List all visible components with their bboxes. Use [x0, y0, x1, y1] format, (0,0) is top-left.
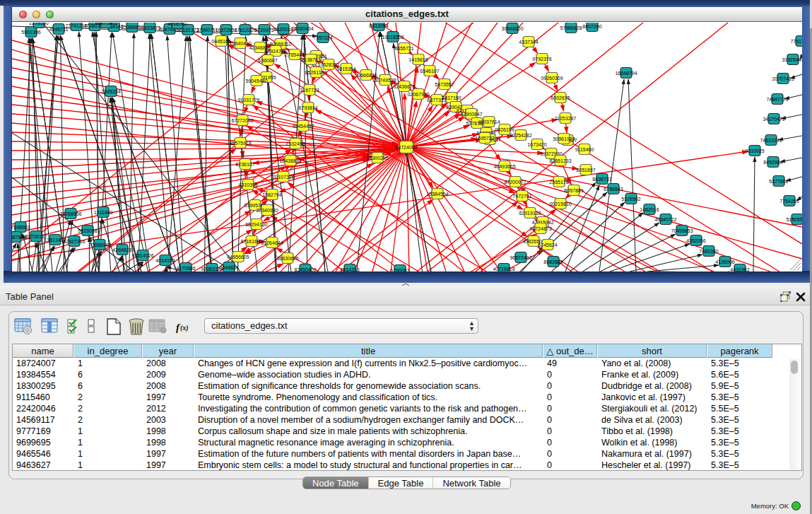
- svg-text:34170471: 34170471: [763, 117, 784, 122]
- svg-text:5515058: 5515058: [78, 228, 97, 233]
- svg-text:6245624: 6245624: [538, 243, 557, 247]
- svg-text:70455853: 70455853: [671, 228, 693, 233]
- svg-text:18300295: 18300295: [366, 156, 388, 160]
- svg-text:5901396: 5901396: [21, 30, 40, 35]
- svg-text:2138783: 2138783: [301, 57, 320, 62]
- svg-text:1311440: 1311440: [94, 210, 113, 215]
- svg-text:20707413: 20707413: [772, 76, 794, 81]
- svg-text:02067970: 02067970: [407, 92, 429, 97]
- svg-text:31436676: 31436676: [393, 84, 415, 89]
- svg-text:46493665: 46493665: [493, 164, 515, 169]
- svg-text:(x): (x): [180, 324, 189, 332]
- svg-text:6793814: 6793814: [298, 105, 317, 110]
- svg-text:52427316: 52427316: [63, 239, 85, 244]
- svg-text:6360607: 6360607: [258, 58, 277, 63]
- svg-text:51505561: 51505561: [786, 217, 802, 222]
- svg-text:4431982: 4431982: [730, 267, 749, 272]
- svg-text:43900847: 43900847: [460, 112, 482, 117]
- svg-text:04956605: 04956605: [227, 255, 249, 259]
- svg-text:1582794: 1582794: [262, 192, 281, 197]
- svg-text:62019132: 62019132: [519, 211, 541, 216]
- svg-text:2765444: 2765444: [285, 52, 304, 57]
- svg-text:7972761: 7972761: [512, 194, 531, 199]
- svg-text:40718818: 40718818: [493, 267, 514, 271]
- svg-text:19218506: 19218506: [382, 35, 404, 40]
- svg-text:7483380: 7483380: [699, 249, 718, 254]
- svg-text:74633191: 74633191: [760, 138, 782, 143]
- svg-text:67924708: 67924708: [264, 49, 286, 54]
- svg-text:4126906: 4126906: [715, 259, 734, 264]
- svg-text:87161682: 87161682: [240, 239, 262, 244]
- svg-text:3167723: 3167723: [300, 88, 319, 93]
- svg-text:4655721: 4655721: [394, 46, 413, 51]
- svg-text:2332493: 2332493: [286, 141, 305, 146]
- svg-text:36630626: 36630626: [276, 256, 298, 261]
- svg-text:11253287: 11253287: [555, 116, 577, 121]
- svg-text:65294130: 65294130: [245, 222, 267, 227]
- svg-text:49340722: 49340722: [654, 217, 676, 222]
- svg-text:96572492: 96572492: [510, 255, 531, 260]
- svg-text:8682889: 8682889: [543, 259, 563, 264]
- svg-text:4352056: 4352056: [686, 238, 705, 243]
- svg-text:82450400: 82450400: [294, 267, 316, 272]
- svg-text:6546107: 6546107: [420, 69, 439, 74]
- svg-text:87200977: 87200977: [504, 180, 526, 185]
- svg-text:9792376: 9792376: [532, 57, 551, 62]
- svg-text:0826199: 0826199: [495, 127, 514, 132]
- svg-text:30666836: 30666836: [355, 73, 377, 78]
- svg-text:16648794: 16648794: [615, 71, 637, 76]
- svg-text:1695722: 1695722: [475, 136, 494, 141]
- svg-text:9729975: 9729975: [254, 28, 273, 33]
- svg-text:5326502: 5326502: [621, 197, 640, 201]
- svg-text:82651233: 82651233: [549, 158, 571, 163]
- svg-text:4014193: 4014193: [155, 258, 175, 263]
- svg-text:85261149: 85261149: [305, 70, 327, 75]
- svg-text:39548620: 39548620: [501, 26, 523, 31]
- svg-text:8452984: 8452984: [763, 160, 782, 165]
- svg-text:1462016: 1462016: [640, 207, 659, 212]
- svg-text:4264628: 4264628: [112, 247, 131, 252]
- svg-text:40037614: 40037614: [478, 119, 500, 124]
- svg-text:00215810: 00215810: [549, 201, 571, 206]
- svg-text:19384554: 19384554: [426, 192, 448, 197]
- svg-text:31925449: 31925449: [782, 57, 802, 62]
- svg-text:2344834: 2344834: [219, 265, 238, 270]
- svg-text:33633875: 33633875: [139, 25, 160, 30]
- svg-text:5377602: 5377602: [769, 179, 788, 184]
- svg-text:7357224: 7357224: [313, 35, 332, 40]
- svg-text:82254282: 82254282: [510, 133, 531, 138]
- svg-text:57986828: 57986828: [560, 25, 582, 30]
- svg-text:7764265: 7764265: [779, 199, 799, 204]
- svg-text:8051697: 8051697: [576, 168, 595, 173]
- svg-text:59045440: 59045440: [245, 78, 267, 83]
- svg-text:70658948: 70658948: [88, 243, 110, 247]
- svg-text:8807290: 8807290: [582, 24, 601, 29]
- svg-text:67612220: 67612220: [234, 28, 256, 33]
- svg-text:2565178: 2565178: [549, 180, 568, 185]
- svg-text:77617409: 77617409: [790, 39, 802, 44]
- svg-text:50749528: 50749528: [374, 78, 396, 83]
- svg-text:09260309: 09260309: [541, 76, 563, 81]
- svg-text:4018780: 4018780: [167, 23, 187, 26]
- svg-text:6780083: 6780083: [390, 268, 409, 272]
- svg-text:8838737: 8838737: [592, 177, 611, 182]
- svg-text:8813054: 8813054: [369, 23, 388, 28]
- svg-text:9115460: 9115460: [575, 147, 594, 152]
- svg-text:16438831: 16438831: [279, 158, 301, 163]
- svg-text:2279180: 2279180: [29, 23, 48, 25]
- svg-text:67272042: 67272042: [231, 118, 253, 123]
- svg-text:8820018: 8820018: [273, 27, 293, 32]
- svg-text:2005334: 2005334: [101, 89, 120, 94]
- svg-text:81264644: 81264644: [261, 240, 283, 245]
- svg-text:91031776: 91031776: [237, 98, 259, 103]
- svg-text:97514026: 97514026: [131, 253, 153, 258]
- svg-text:9310025: 9310025: [745, 148, 764, 153]
- svg-text:4310399: 4310399: [238, 182, 257, 187]
- svg-text:15640410: 15640410: [229, 41, 251, 46]
- svg-text:4170586: 4170586: [176, 266, 195, 271]
- svg-text:49454437: 49454437: [292, 124, 314, 129]
- svg-text:2817180: 2817180: [442, 95, 461, 100]
- svg-text:1415618: 1415618: [408, 57, 428, 62]
- svg-text:8057889: 8057889: [564, 188, 583, 193]
- svg-text:35575918: 35575918: [229, 141, 251, 146]
